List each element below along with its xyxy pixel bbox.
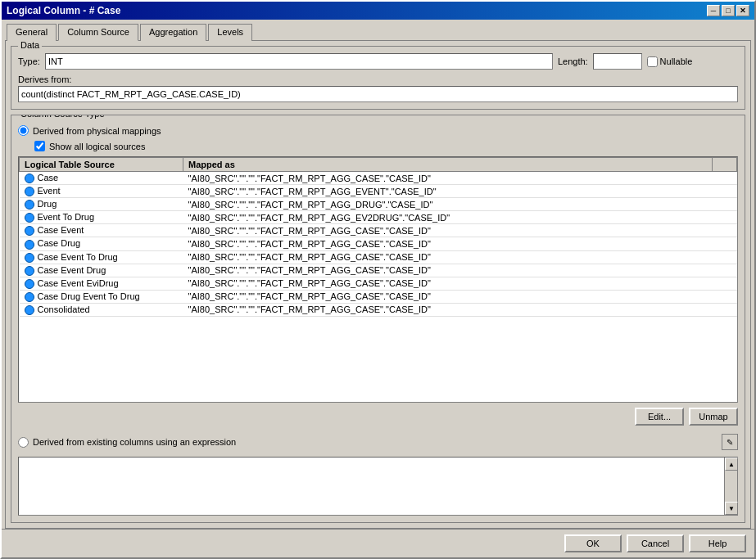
mapped-as-cell: "AI80_SRC"."".""."FACT_RM_RPT_AGG_EV2DRU… [183, 211, 713, 224]
close-button[interactable]: ✕ [736, 5, 749, 16]
scroll-down-arrow[interactable]: ▼ [725, 502, 738, 515]
tab-general[interactable]: General [7, 24, 57, 41]
expression-editor-icon[interactable]: ✎ [722, 434, 738, 450]
empty-cell [713, 172, 737, 185]
tab-levels[interactable]: Levels [208, 24, 252, 41]
table-row[interactable]: Case Event"AI80_SRC"."".""."FACT_RM_RPT_… [20, 224, 737, 237]
derives-label: Derives from: [18, 74, 738, 84]
type-label: Type: [18, 56, 40, 66]
source-name: Case Event [38, 225, 84, 235]
show-all-row: Show all logical sources [34, 141, 738, 151]
bottom-bar: OK Cancel Help [2, 529, 754, 557]
table-row[interactable]: Consolidated"AI80_SRC"."".""."FACT_RM_RP… [20, 303, 737, 316]
empty-cell [713, 224, 737, 237]
source-name-cell: Case [20, 172, 183, 185]
col-header-source: Logical Table Source [20, 158, 183, 172]
type-row: Type: Length: Nullable [18, 53, 738, 70]
source-name-cell: Case Event [20, 224, 183, 237]
nullable-label: Nullable [660, 56, 693, 66]
scroll-up-arrow[interactable]: ▲ [725, 458, 738, 471]
radio-expression: Derived from existing columns using an e… [18, 434, 738, 450]
tab-aggregation[interactable]: Aggregation [140, 24, 206, 41]
maximize-button[interactable]: □ [722, 5, 735, 16]
derives-input[interactable] [18, 86, 738, 102]
tab-column-source[interactable]: Column Source [58, 24, 138, 41]
empty-cell [713, 198, 737, 211]
source-name-cell: Case Event EviDrug [20, 277, 183, 290]
length-input[interactable] [593, 53, 642, 70]
source-name-cell: Consolidated [20, 303, 183, 316]
mapped-as-cell: "AI80_SRC"."".""."FACT_RM_RPT_AGG_CASE".… [183, 224, 713, 237]
radio-physical-label: Derived from physical mappings [33, 126, 161, 136]
radio-physical: Derived from physical mappings [18, 125, 738, 136]
edit-unmap-row: Edit... Unmap [18, 408, 738, 426]
table-row[interactable]: Event To Drug"AI80_SRC"."".""."FACT_RM_R… [20, 211, 737, 224]
expr-icon-symbol: ✎ [727, 438, 733, 447]
mapped-as-cell: "AI80_SRC"."".""."FACT_RM_RPT_AGG_CASE".… [183, 264, 713, 277]
help-button[interactable]: Help [689, 534, 746, 552]
expression-textarea[interactable] [19, 458, 724, 515]
minimize-button[interactable]: ─ [707, 5, 720, 16]
source-name-cell: Case Event Drug [20, 264, 183, 277]
mapped-as-cell: "AI80_SRC"."".""."FACT_RM_RPT_AGG_CASE".… [183, 277, 713, 290]
expression-scrollbar: ▲ ▼ [724, 458, 737, 515]
show-all-checkbox[interactable] [34, 141, 45, 151]
main-window: Logical Column - # Case ─ □ ✕ General Co… [0, 0, 756, 559]
source-name-cell: Case Event To Drug [20, 250, 183, 264]
mapped-as-cell: "AI80_SRC"."".""."FACT_RM_RPT_AGG_CASE".… [183, 303, 713, 316]
table-section: Logical Table Source Mapped as Case"AI80… [18, 156, 738, 403]
table-row[interactable]: Case Drug Event To Drug"AI80_SRC".""."".… [20, 290, 737, 303]
source-name: Case Drug [38, 238, 81, 248]
window-title: Logical Column - # Case [7, 5, 120, 16]
type-input[interactable] [45, 53, 553, 70]
nullable-row: Nullable [647, 56, 693, 67]
globe-icon [25, 266, 34, 276]
data-group-label: Data [18, 40, 42, 50]
source-name-cell: Case Drug [20, 237, 183, 250]
source-name: Case Drug Event To Drug [38, 291, 140, 301]
column-source-group: Column Source Type Derived from physical… [11, 115, 745, 523]
title-bar: Logical Column - # Case ─ □ ✕ [2, 2, 754, 20]
table-row[interactable]: Case Event Drug"AI80_SRC"."".""."FACT_RM… [20, 264, 737, 277]
mapped-as-cell: "AI80_SRC"."".""."FACT_RM_RPT_AGG_DRUG".… [183, 198, 713, 211]
expression-wrapper: ▲ ▼ [18, 457, 738, 516]
edit-button[interactable]: Edit... [635, 408, 684, 426]
table-row[interactable]: Case Event To Drug"AI80_SRC"."".""."FACT… [20, 250, 737, 264]
cancel-button[interactable]: Cancel [627, 534, 684, 552]
empty-cell [713, 303, 737, 316]
empty-cell [713, 211, 737, 224]
source-name: Case [38, 173, 59, 183]
radio-expression-input[interactable] [18, 437, 29, 448]
empty-cell [713, 290, 737, 303]
mapped-as-cell: "AI80_SRC"."".""."FACT_RM_RPT_AGG_CASE".… [183, 172, 713, 185]
source-name: Drug [38, 199, 57, 209]
table-row[interactable]: Case Event EviDrug"AI80_SRC"."".""."FACT… [20, 277, 737, 290]
radio-physical-input[interactable] [18, 125, 29, 136]
source-name: Event To Drug [38, 212, 95, 222]
mapped-as-cell: "AI80_SRC"."".""."FACT_RM_RPT_AGG_CASE".… [183, 290, 713, 303]
table-row[interactable]: Event"AI80_SRC"."".""."FACT_RM_RPT_AGG_E… [20, 185, 737, 198]
column-source-label: Column Source Type [18, 115, 107, 119]
empty-cell [713, 250, 737, 264]
table-container: Logical Table Source Mapped as Case"AI80… [18, 156, 738, 403]
empty-cell [713, 277, 737, 290]
table-row[interactable]: Case"AI80_SRC"."".""."FACT_RM_RPT_AGG_CA… [20, 172, 737, 185]
mapped-as-cell: "AI80_SRC"."".""."FACT_RM_RPT_AGG_CASE".… [183, 250, 713, 264]
ok-button[interactable]: OK [564, 534, 622, 552]
empty-cell [713, 237, 737, 250]
length-label: Length: [558, 56, 588, 66]
table-row[interactable]: Case Drug"AI80_SRC"."".""."FACT_RM_RPT_A… [20, 237, 737, 250]
data-group: Data Type: Length: Nullable Derives from… [11, 46, 745, 110]
title-bar-buttons: ─ □ ✕ [707, 5, 749, 16]
nullable-checkbox[interactable] [647, 56, 658, 67]
empty-cell [713, 185, 737, 198]
globe-icon [25, 292, 34, 302]
unmap-button[interactable]: Unmap [689, 408, 738, 426]
source-name: Case Event To Drug [38, 252, 118, 262]
col-header-mapped: Mapped as [183, 158, 713, 172]
globe-icon [25, 187, 34, 196]
globe-icon [25, 240, 34, 250]
globe-icon [25, 253, 34, 263]
source-name-cell: Drug [20, 198, 183, 211]
table-row[interactable]: Drug"AI80_SRC"."".""."FACT_RM_RPT_AGG_DR… [20, 198, 737, 211]
